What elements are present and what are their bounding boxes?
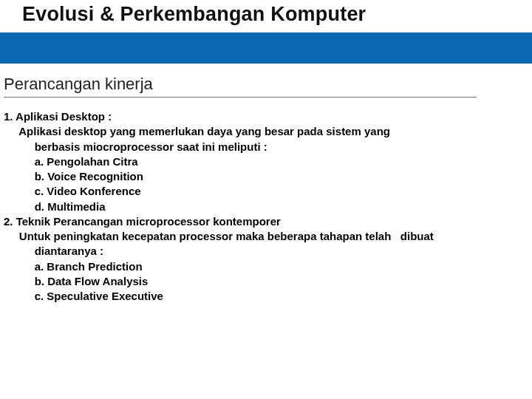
content-line: d. Multimedia bbox=[4, 200, 528, 214]
section-heading: Perancangan kinerja bbox=[4, 75, 477, 98]
content-line: b. Voice Recognition bbox=[4, 169, 528, 184]
header-band bbox=[0, 33, 532, 64]
content-line: 2. Teknik Perancangan microprocessor kon… bbox=[4, 214, 528, 229]
content-line: c. Video Konference bbox=[4, 184, 528, 199]
content-body: 1. Aplikasi Desktop : Aplikasi desktop y… bbox=[4, 109, 528, 304]
content-line: a. Pengolahan Citra bbox=[4, 154, 528, 169]
content-line: Aplikasi desktop yang memerlukan daya ya… bbox=[4, 124, 528, 139]
content-line: a. Branch Prediction bbox=[4, 259, 528, 274]
content-line: berbasis miocroprocessor saat ini melipu… bbox=[4, 140, 528, 154]
content-line: diantaranya : bbox=[4, 244, 528, 259]
content-line: c. Speculative Executive bbox=[4, 289, 528, 304]
content-line: b. Data Flow Analysis bbox=[4, 274, 528, 289]
content-line: Untuk peningkatan kecepatan processor ma… bbox=[4, 229, 528, 244]
content-line: 1. Aplikasi Desktop : bbox=[4, 109, 528, 124]
slide-title: Evolusi & Perkembangan Komputer bbox=[22, 3, 366, 26]
